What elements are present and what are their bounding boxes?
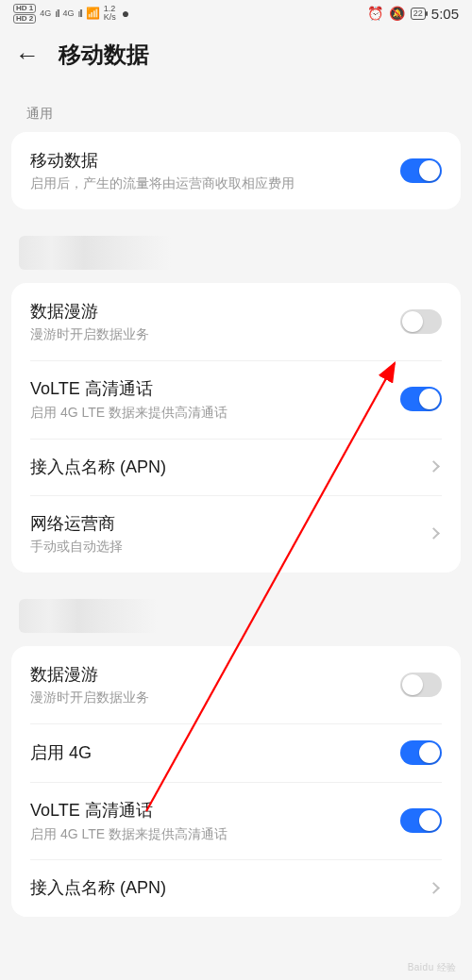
carrier-title: 网络运营商 <box>30 512 420 535</box>
row-enable-4g[interactable]: 启用 4G <box>11 723 461 782</box>
chevron-right-icon <box>428 528 440 540</box>
alarm-icon: ⏰ <box>367 6 383 21</box>
signal-icon-1: ıll <box>55 8 59 19</box>
volte1-sub: 启用 4G LTE 数据来提供高清通话 <box>30 404 391 422</box>
volte2-sub: 启用 4G LTE 数据来提供高清通话 <box>30 825 391 843</box>
row-mobile-data[interactable]: 移动数据 启用后，产生的流量将由运营商收取相应费用 <box>11 132 461 209</box>
battery-indicator: 22 <box>411 8 426 20</box>
mobile-data-toggle[interactable] <box>400 158 442 183</box>
volte1-title: VoLTE 高清通话 <box>30 377 391 400</box>
sim2-label-blurred <box>19 599 217 633</box>
sim1-label-blurred <box>19 236 236 270</box>
wifi-icon: 📶 <box>86 7 100 20</box>
carrier-sub: 手动或自动选择 <box>30 538 420 556</box>
chevron-right-icon <box>428 460 440 473</box>
enable4g-toggle[interactable] <box>400 740 442 765</box>
page-title: 移动数据 <box>59 40 149 70</box>
clock: 5:05 <box>431 6 459 22</box>
section-label-general: 通用 <box>0 91 472 132</box>
roaming2-title: 数据漫游 <box>30 663 391 686</box>
mobile-data-title: 移动数据 <box>30 149 391 172</box>
chevron-right-icon <box>428 882 440 894</box>
apn1-title: 接入点名称 (APN) <box>30 456 420 478</box>
volte2-title: VoLTE 高清通话 <box>30 799 391 822</box>
enable4g-title: 启用 4G <box>30 741 391 764</box>
volte2-toggle[interactable] <box>400 808 442 833</box>
header: ← 移动数据 <box>0 26 472 91</box>
row-carrier[interactable]: 网络运营商 手动或自动选择 <box>11 495 461 573</box>
card-general: 移动数据 启用后，产生的流量将由运营商收取相应费用 <box>11 132 461 209</box>
roaming2-sub: 漫游时开启数据业务 <box>30 689 391 706</box>
apn2-title: 接入点名称 (APN) <box>30 876 420 899</box>
row-volte-1[interactable]: VoLTE 高清通话 启用 4G LTE 数据来提供高清通话 <box>11 360 461 438</box>
card-sim1: 数据漫游 漫游时开启数据业务 VoLTE 高清通话 启用 4G LTE 数据来提… <box>11 283 461 573</box>
network-label-2: 4G <box>62 8 74 18</box>
chat-bubble-icon: ● <box>122 6 129 21</box>
mobile-data-sub: 启用后，产生的流量将由运营商收取相应费用 <box>30 174 391 192</box>
row-volte-2[interactable]: VoLTE 高清通话 启用 4G LTE 数据来提供高清通话 <box>11 782 461 859</box>
roaming2-toggle[interactable] <box>400 673 442 697</box>
card-sim2: 数据漫游 漫游时开启数据业务 启用 4G VoLTE 高清通话 启用 4G LT… <box>11 646 461 917</box>
row-roaming-2[interactable]: 数据漫游 漫游时开启数据业务 <box>11 646 461 723</box>
signal-icon-2: ıll <box>78 8 82 19</box>
row-apn-2[interactable]: 接入点名称 (APN) <box>11 859 461 916</box>
network-speed: 1.2 K/s <box>104 5 116 22</box>
hd2-badge: HD 2 <box>13 14 36 24</box>
roaming1-toggle[interactable] <box>400 309 442 334</box>
status-bar: HD 1 HD 2 4G ıll 4G ıll 📶 1.2 K/s ● ⏰ 🔕 … <box>0 0 472 26</box>
back-arrow-icon[interactable]: ← <box>15 42 40 67</box>
roaming1-sub: 漫游时开启数据业务 <box>30 325 391 343</box>
network-label-1: 4G <box>40 8 51 18</box>
roaming1-title: 数据漫游 <box>30 300 391 323</box>
row-apn-1[interactable]: 接入点名称 (APN) <box>11 439 461 495</box>
row-roaming-1[interactable]: 数据漫游 漫游时开启数据业务 <box>11 283 461 360</box>
mute-icon: 🔕 <box>389 6 405 21</box>
watermark: Baidu 经验 <box>408 961 457 974</box>
volte1-toggle[interactable] <box>400 387 442 411</box>
hd1-badge: HD 1 <box>13 4 36 13</box>
